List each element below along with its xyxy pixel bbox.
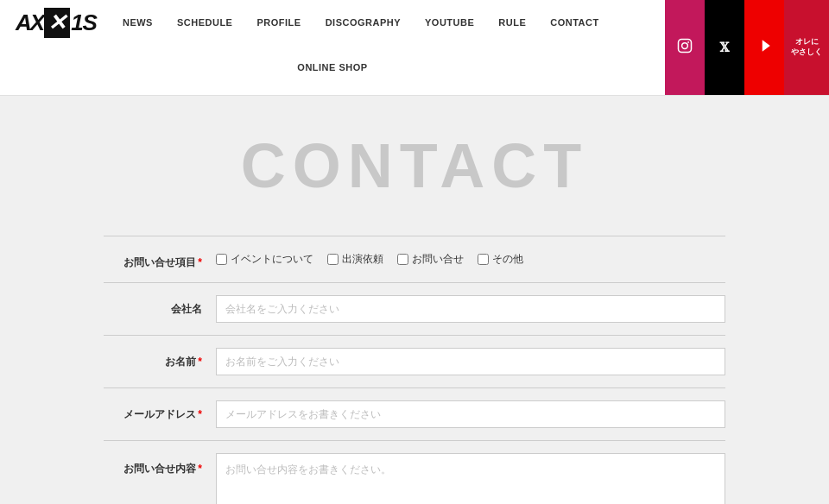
main-content: CONTACT お問い合せ項目* イベントについて (0, 96, 829, 504)
instagram-icon (677, 38, 693, 57)
nav-discography[interactable]: DISCOGRAPHY (313, 0, 413, 45)
label-email: メールアドレス* (104, 400, 216, 422)
field-inquiry-type: イベントについて 出演依頼 お問い合せ その他 (216, 249, 725, 267)
checkbox-event[interactable]: イベントについて (216, 252, 313, 267)
checkbox-appearance-label: 出演依頼 (342, 252, 383, 267)
required-mark-name: * (198, 356, 202, 368)
instagram-button[interactable] (665, 0, 705, 95)
nav-contact[interactable]: CONTACT (538, 0, 611, 45)
svg-marker-3 (763, 40, 770, 52)
logo-ax: AX (16, 9, 43, 36)
checkbox-inquiry-input[interactable] (397, 254, 408, 265)
contact-form: お問い合せ項目* イベントについて 出演依頼 (104, 236, 725, 504)
checkbox-appearance[interactable]: 出演依頼 (327, 252, 383, 267)
primary-nav: NEWS SCHEDULE PROFILE DISCOGRAPHY YOUTUB… (111, 0, 611, 45)
required-mark-message: * (198, 463, 202, 475)
logo-1s: 1S (71, 9, 97, 36)
social-banner: オレに やさしく (784, 0, 829, 95)
checkbox-inquiry[interactable]: お問い合せ (397, 252, 464, 267)
nav-profile[interactable]: PROFILE (244, 0, 313, 45)
required-mark: * (198, 256, 202, 268)
youtube-button[interactable] (744, 0, 784, 95)
nav-schedule[interactable]: SCHEDULE (165, 0, 245, 45)
svg-point-1 (682, 43, 688, 49)
svg-rect-0 (679, 40, 692, 53)
form-row-name: お名前* (104, 335, 725, 387)
svg-point-2 (687, 41, 689, 43)
field-message (216, 453, 725, 504)
checkbox-event-label: イベントについて (231, 252, 313, 267)
name-input[interactable] (216, 348, 725, 375)
checkbox-other-label: その他 (492, 252, 523, 267)
site-header: AX ✕ 1S NEWS SCHEDULE PROFILE DISCOGRAPH… (0, 0, 829, 96)
checkbox-other[interactable]: その他 (478, 252, 523, 267)
company-input[interactable] (216, 295, 725, 323)
checkbox-group: イベントについて 出演依頼 お問い合せ その他 (216, 249, 725, 267)
field-company (216, 295, 725, 323)
nav-rule[interactable]: RULE (486, 0, 538, 45)
checkbox-event-input[interactable] (216, 254, 227, 265)
label-message: お問い合せ内容* (104, 453, 216, 476)
checkbox-inquiry-label: お問い合せ (412, 252, 464, 267)
twitter-button[interactable]: 𝕏 (705, 0, 744, 95)
page-title-section: CONTACT (17, 130, 812, 201)
message-textarea[interactable] (216, 453, 725, 504)
nav-youtube[interactable]: YOUTUBE (413, 0, 486, 45)
field-email (216, 400, 725, 428)
logo[interactable]: AX ✕ 1S (9, 1, 111, 45)
youtube-icon (756, 40, 772, 55)
label-company: 会社名 (104, 295, 216, 317)
checkbox-appearance-input[interactable] (327, 254, 339, 265)
form-row-company: 会社名 (104, 282, 725, 335)
label-inquiry-type: お問い合せ項目* (104, 249, 216, 270)
field-name (216, 348, 725, 375)
secondary-nav: ONLINE SHOP (9, 45, 656, 95)
required-mark-email: * (198, 408, 202, 420)
twitter-icon: 𝕏 (720, 41, 730, 55)
social-bar: 𝕏 オレに やさしく (665, 0, 829, 95)
nav-online-shop[interactable]: ONLINE SHOP (285, 45, 379, 90)
checkbox-other-input[interactable] (478, 254, 489, 265)
page-title: CONTACT (17, 130, 812, 201)
label-name: お名前* (104, 348, 216, 369)
nav-news[interactable]: NEWS (111, 0, 165, 45)
form-row-inquiry-type: お問い合せ項目* イベントについて 出演依頼 (104, 236, 725, 282)
email-input[interactable] (216, 400, 725, 428)
form-row-email: メールアドレス* (104, 387, 725, 440)
form-row-message: お問い合せ内容* (104, 440, 725, 504)
logo-cross: ✕ (44, 8, 70, 38)
page-wrapper: AX ✕ 1S NEWS SCHEDULE PROFILE DISCOGRAPH… (0, 0, 829, 504)
